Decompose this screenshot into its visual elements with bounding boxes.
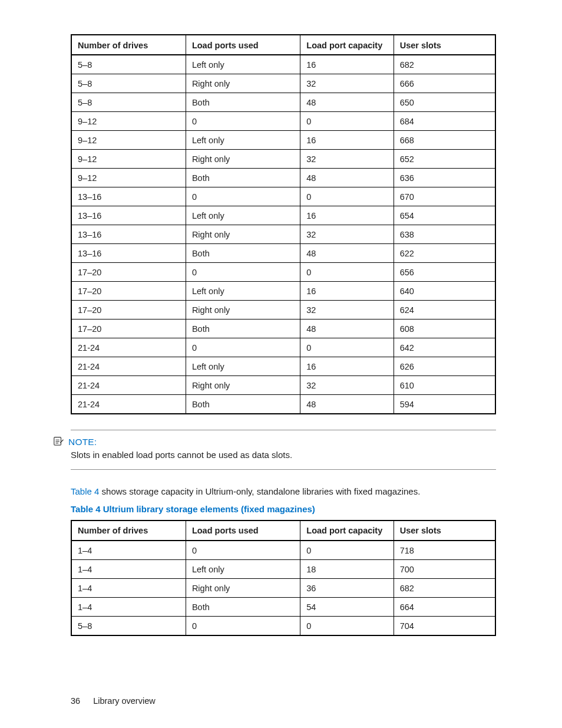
table-cell: 32 xyxy=(300,150,394,169)
table-cell: 16 xyxy=(300,282,394,301)
table-cell: Right only xyxy=(186,150,300,169)
table-cell: 9–12 xyxy=(71,150,186,169)
table-ref-link[interactable]: Table 4 xyxy=(71,486,99,496)
table-cell: 48 xyxy=(300,93,394,112)
table-cell: 640 xyxy=(394,282,495,301)
table-row: 13–16Left only16654 xyxy=(71,206,495,225)
table-cell: 610 xyxy=(394,376,495,395)
page-number: 36 xyxy=(71,696,80,706)
table-cell: 0 xyxy=(186,187,300,206)
table-row: 5–8Both48650 xyxy=(71,93,495,112)
table-cell: 5–8 xyxy=(71,74,186,93)
table-row: 13–1600670 xyxy=(71,187,495,206)
table-cell: 9–12 xyxy=(71,131,186,150)
table-cell: 36 xyxy=(300,578,394,597)
table-cell: 9–12 xyxy=(71,169,186,187)
table-row: 1–400718 xyxy=(71,541,495,560)
table-cell: 17–20 xyxy=(71,319,186,338)
table-cell: 16 xyxy=(300,357,394,376)
table-cell: Both xyxy=(186,597,300,616)
note-block: NOTE: Slots in enabled load ports cannot… xyxy=(71,430,496,470)
table-cell: Right only xyxy=(186,578,300,597)
table-cell: 668 xyxy=(394,131,495,150)
col-header: Number of drives xyxy=(71,521,186,541)
table-cell: 16 xyxy=(300,55,394,74)
table-cell: 16 xyxy=(300,206,394,225)
table-cell: 0 xyxy=(300,112,394,131)
table-cell: 32 xyxy=(300,74,394,93)
table-cell: 682 xyxy=(394,55,495,74)
table-cell: 656 xyxy=(394,263,495,282)
col-header: User slots xyxy=(394,35,495,55)
table-title: Table 4 Ultrium library storage elements… xyxy=(71,504,496,514)
col-header: Load ports used xyxy=(186,35,300,55)
table-cell: 1–4 xyxy=(71,578,186,597)
table-cell: 5–8 xyxy=(71,55,186,74)
table-cell: 594 xyxy=(394,395,495,414)
table-cell: 32 xyxy=(300,225,394,244)
table-cell: Left only xyxy=(186,559,300,578)
table-cell: 54 xyxy=(300,597,394,616)
intro-paragraph: Table 4 shows storage capacity in Ultriu… xyxy=(71,485,496,498)
table-cell: 700 xyxy=(394,559,495,578)
table-cell: 18 xyxy=(300,559,394,578)
table-cell: 0 xyxy=(186,338,300,357)
table-cell: 21-24 xyxy=(71,376,186,395)
table-cell: 636 xyxy=(394,169,495,187)
table-cell: Left only xyxy=(186,357,300,376)
table-cell: 650 xyxy=(394,93,495,112)
table-storage-mixed: Number of drives Load ports used Load po… xyxy=(71,34,496,414)
table-cell: 718 xyxy=(394,541,495,560)
table-cell: 5–8 xyxy=(71,93,186,112)
table-cell: 21-24 xyxy=(71,357,186,376)
table-cell: 13–16 xyxy=(71,225,186,244)
table-cell: 0 xyxy=(300,338,394,357)
table-cell: 17–20 xyxy=(71,301,186,319)
table-cell: 1–4 xyxy=(71,559,186,578)
table-cell: 608 xyxy=(394,319,495,338)
table-row: 17–2000656 xyxy=(71,263,495,282)
col-header: Load ports used xyxy=(186,521,300,541)
table-row: 17–20Right only32624 xyxy=(71,301,495,319)
table-row: 1–4Both54664 xyxy=(71,597,495,616)
table-cell: 0 xyxy=(300,616,394,635)
table-cell: 21-24 xyxy=(71,338,186,357)
table-cell: Right only xyxy=(186,376,300,395)
table-cell: 16 xyxy=(300,131,394,150)
table-cell: Both xyxy=(186,244,300,263)
table-header-row: Number of drives Load ports used Load po… xyxy=(71,521,495,541)
table-storage-fixed: Number of drives Load ports used Load po… xyxy=(71,520,496,636)
col-header: Load port capacity xyxy=(300,521,394,541)
table-cell: 1–4 xyxy=(71,597,186,616)
table-cell: 17–20 xyxy=(71,282,186,301)
table-row: 17–20Left only16640 xyxy=(71,282,495,301)
table-row: 13–16Both48622 xyxy=(71,244,495,263)
table-cell: 0 xyxy=(186,541,300,560)
table-cell: Left only xyxy=(186,282,300,301)
table-row: 17–20Both48608 xyxy=(71,319,495,338)
table-cell: 664 xyxy=(394,597,495,616)
table-cell: 626 xyxy=(394,357,495,376)
table-cell: 21-24 xyxy=(71,395,186,414)
note-label: NOTE: xyxy=(68,437,97,447)
table-cell: Left only xyxy=(186,131,300,150)
col-header: Load port capacity xyxy=(300,35,394,55)
table-row: 9–1200684 xyxy=(71,112,495,131)
table-cell: Both xyxy=(186,93,300,112)
table-cell: 0 xyxy=(300,541,394,560)
table-header-row: Number of drives Load ports used Load po… xyxy=(71,35,495,55)
table-cell: Left only xyxy=(186,55,300,74)
table-cell: 48 xyxy=(300,319,394,338)
table-cell: 5–8 xyxy=(71,616,186,635)
table-cell: 654 xyxy=(394,206,495,225)
table-cell: Right only xyxy=(186,225,300,244)
page-footer: 36 Library overview xyxy=(71,696,156,706)
table-row: 9–12Right only32652 xyxy=(71,150,495,169)
table-cell: 684 xyxy=(394,112,495,131)
table-cell: 704 xyxy=(394,616,495,635)
col-header: Number of drives xyxy=(71,35,186,55)
table-row: 5–8Right only32666 xyxy=(71,74,495,93)
table-row: 21-2400642 xyxy=(71,338,495,357)
table-cell: 0 xyxy=(186,263,300,282)
paragraph-text: shows storage capacity in Ultrium-only, … xyxy=(99,486,420,496)
